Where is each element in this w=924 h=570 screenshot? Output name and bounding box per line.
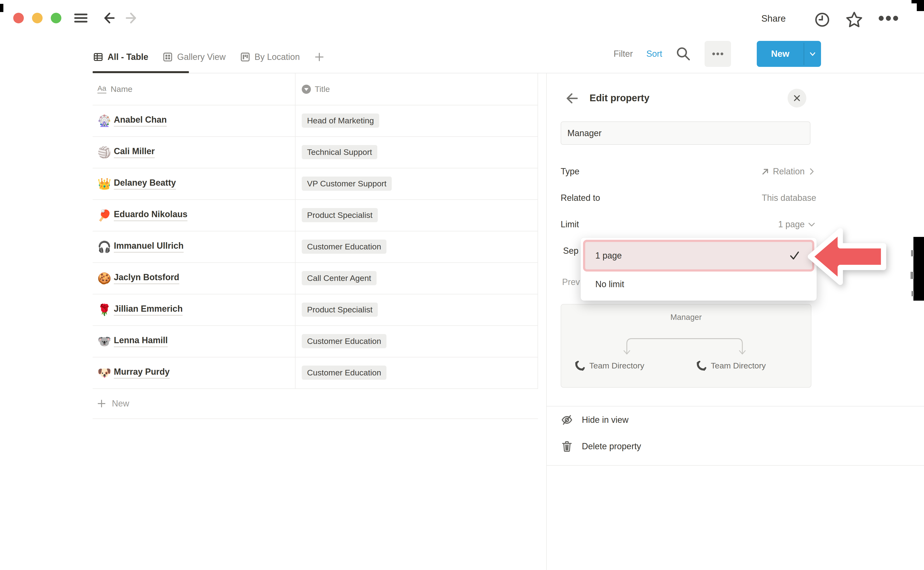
hamburger-icon[interactable] [74, 12, 87, 24]
table-row: 🐶Murray Purdy Customer Education [93, 357, 538, 389]
table-row: 🎡Anabel Chan Head of Marketing [93, 105, 538, 137]
chevron-down-icon [808, 49, 817, 58]
select-tag: Customer Education [302, 366, 387, 380]
property-related-row[interactable]: Related to This database [561, 186, 816, 210]
page-link[interactable]: Eduardo Nikolaus [114, 209, 187, 221]
table-header: Aa Name Title [93, 74, 538, 105]
view-tabs: All - Table Gallery View By Location [93, 41, 325, 73]
table-new-row-button[interactable]: New [93, 388, 538, 419]
page-emoji: 🏓 [97, 210, 114, 221]
page-link[interactable]: Murray Purdy [114, 367, 170, 379]
dropdown-option-no-limit[interactable]: No limit [595, 274, 624, 294]
add-view-button[interactable] [314, 52, 325, 63]
table-row: 🏐Cali Miller Technical Support [93, 136, 538, 169]
panel-section-divider [547, 406, 924, 406]
select-tag: Customer Education [302, 334, 387, 348]
table-row: 🏓Eduardo Nikolaus Product Specialist [93, 199, 538, 231]
column-header-name[interactable]: Aa Name [93, 74, 295, 105]
share-button[interactable]: Share [761, 14, 786, 24]
eye-off-icon [561, 414, 573, 426]
edge-artifact [0, 4, 3, 12]
property-limit-row[interactable]: Limit 1 page [561, 213, 816, 236]
close-window-button[interactable] [13, 13, 24, 23]
select-tag: VP Customer Support [302, 176, 392, 191]
edge-artifact [912, 291, 914, 296]
table-view-icon [93, 52, 104, 63]
ellipsis-icon[interactable] [878, 15, 899, 21]
zoom-window-button[interactable] [51, 13, 61, 23]
dropdown-option-1-page[interactable]: 1 page [583, 240, 814, 271]
new-dropdown-button[interactable] [804, 41, 821, 67]
select-tag: Head of Marketing [302, 113, 379, 128]
select-property-icon [302, 85, 311, 94]
preview-database-right: Team Directory [696, 360, 766, 371]
title-property-icon: Aa [97, 85, 106, 93]
filter-button[interactable]: Filter [614, 49, 633, 59]
table-row: 🐨Lenna Hamill Customer Education [93, 325, 538, 357]
tab-gallery-view[interactable]: Gallery View [162, 52, 226, 63]
tab-by-location[interactable]: By Location [239, 52, 300, 63]
page-emoji: 🌹 [97, 304, 114, 315]
property-type-row[interactable]: Type Relation [561, 160, 816, 183]
edge-artifact [913, 237, 924, 300]
table-row: 🍪Jaclyn Botsford Call Center Agent [93, 262, 538, 294]
board-view-icon [239, 52, 251, 63]
page-link[interactable]: Lenna Hamill [114, 335, 168, 347]
sort-button[interactable]: Sort [646, 49, 662, 59]
page-emoji: 🐶 [97, 367, 114, 378]
panel-divider [546, 74, 547, 570]
preview-relation-name: Manager [561, 313, 811, 322]
page-link[interactable]: Immanuel Ullrich [114, 241, 184, 253]
chevron-right-icon [807, 167, 816, 176]
select-tag: Product Specialist [302, 208, 378, 222]
forward-arrow-icon[interactable] [124, 12, 138, 24]
column-header-title[interactable]: Title [295, 74, 538, 105]
phone-icon [574, 360, 585, 371]
page-emoji: 🍪 [97, 273, 114, 284]
separate-label-partial: Sep [563, 246, 579, 256]
panel-close-button[interactable] [787, 89, 806, 107]
edge-artifact [910, 272, 914, 279]
hide-in-view-button[interactable]: Hide in view [561, 409, 816, 431]
page-link[interactable]: Jillian Emmerich [114, 304, 183, 316]
search-icon[interactable] [676, 46, 691, 61]
window-controls[interactable] [13, 13, 61, 23]
edge-artifact [911, 250, 914, 256]
panel-back-button[interactable] [565, 92, 579, 105]
view-options-button[interactable] [705, 41, 731, 67]
phone-icon [696, 360, 706, 371]
edge-artifact [912, 0, 924, 3]
page-link[interactable]: Delaney Beatty [114, 178, 176, 190]
page-emoji: 🏐 [97, 147, 114, 158]
tab-label: Gallery View [177, 52, 226, 62]
new-button[interactable]: New [757, 41, 804, 67]
panel-title: Edit property [589, 93, 649, 103]
table-row: 🌹Jillian Emmerich Product Specialist [93, 294, 538, 326]
trash-icon [561, 440, 573, 453]
page-emoji: 🎧 [97, 241, 114, 252]
relation-arrow-icon [760, 166, 771, 176]
annotation-arrow [801, 224, 893, 293]
page-link[interactable]: Jaclyn Botsford [114, 272, 179, 284]
limit-dropdown-menu: 1 page No limit [581, 238, 817, 300]
page-link[interactable]: Anabel Chan [114, 115, 167, 127]
minimize-window-button[interactable] [32, 13, 43, 23]
close-icon [793, 94, 801, 102]
delete-property-button[interactable]: Delete property [561, 435, 816, 457]
preview-label-partial: Prev [562, 277, 580, 287]
select-tag: Product Specialist [302, 303, 378, 317]
history-clock-icon[interactable] [814, 12, 830, 28]
select-tag: Technical Support [302, 145, 377, 159]
select-tag: Call Center Agent [302, 271, 377, 285]
star-icon[interactable] [845, 11, 863, 28]
tab-all-table[interactable]: All - Table [93, 52, 148, 63]
page-link[interactable]: Cali Miller [114, 146, 155, 158]
new-split-button: New [757, 41, 821, 67]
page-emoji: 🐨 [97, 336, 114, 347]
page-emoji: 🎡 [97, 115, 114, 126]
select-tag: Customer Education [302, 239, 387, 254]
property-name-input[interactable] [561, 121, 810, 145]
panel-bottom-divider [547, 465, 924, 466]
relation-bracket-diagram [621, 334, 748, 359]
back-arrow-icon[interactable] [102, 12, 116, 24]
